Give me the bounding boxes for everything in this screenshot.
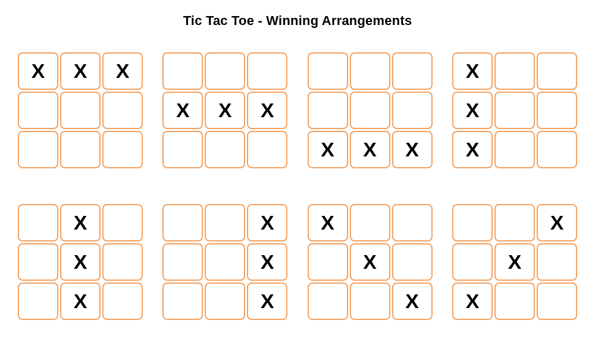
board-cell <box>205 204 245 241</box>
board-cell: X <box>452 131 493 168</box>
board-cell <box>18 243 58 281</box>
board-cell: X <box>350 243 390 281</box>
board-cell <box>494 52 535 90</box>
board-cell <box>205 243 245 281</box>
board-cell <box>162 283 203 320</box>
board-cell <box>247 131 287 168</box>
board-cell: X <box>162 92 203 129</box>
tictactoe-board: XXX <box>18 52 143 168</box>
board-cell: X <box>60 52 101 90</box>
board-cell <box>537 243 577 281</box>
board-cell <box>350 92 390 129</box>
tictactoe-board: XXX <box>308 204 433 320</box>
board-cell <box>494 283 535 320</box>
board-cell: X <box>247 243 287 281</box>
board-cell <box>205 52 245 90</box>
board-cell <box>537 283 577 320</box>
board-cell <box>308 52 348 90</box>
board-cell <box>350 283 390 320</box>
board-cell: X <box>247 283 287 320</box>
board-cell: X <box>205 92 245 129</box>
board-cell: X <box>537 204 577 241</box>
board-cell <box>205 283 245 320</box>
board-cell: X <box>60 283 101 320</box>
board-cell <box>350 204 390 241</box>
board-cell <box>18 283 58 320</box>
board-cell: X <box>247 204 287 241</box>
board-cell: X <box>308 131 348 168</box>
board-cell <box>350 52 390 90</box>
board-cell <box>162 204 203 241</box>
board-cell: X <box>350 131 390 168</box>
board-cell <box>392 52 433 90</box>
board-cell: X <box>392 131 433 168</box>
tictactoe-board: XXX <box>18 204 143 320</box>
board-cell <box>308 92 348 129</box>
board-cell <box>537 92 577 129</box>
tictactoe-board: XXX <box>162 52 287 168</box>
board-cell <box>537 52 577 90</box>
board-cell: X <box>102 52 143 90</box>
board-cell <box>494 131 535 168</box>
board-cell <box>247 52 287 90</box>
board-cell <box>18 92 58 129</box>
board-cell <box>102 131 143 168</box>
tictactoe-board: XXX <box>452 204 577 320</box>
board-cell: X <box>452 52 493 90</box>
board-cell <box>308 283 348 320</box>
board-cell: X <box>452 92 493 129</box>
board-cell <box>102 204 143 241</box>
board-cell: X <box>452 283 493 320</box>
board-cell <box>60 131 101 168</box>
board-cell <box>18 204 58 241</box>
board-cell <box>392 92 433 129</box>
board-cell: X <box>494 243 535 281</box>
board-cell <box>452 243 493 281</box>
board-cell <box>102 92 143 129</box>
board-cell <box>392 204 433 241</box>
board-cell: X <box>392 283 433 320</box>
board-cell <box>162 131 203 168</box>
board-cell <box>452 204 493 241</box>
board-cell <box>308 243 348 281</box>
board-cell <box>18 131 58 168</box>
board-cell <box>392 243 433 281</box>
board-cell <box>537 131 577 168</box>
board-cell <box>205 131 245 168</box>
board-cell <box>102 243 143 281</box>
board-cell: X <box>247 92 287 129</box>
board-cell <box>494 92 535 129</box>
board-cell <box>162 243 203 281</box>
board-cell: X <box>18 52 58 90</box>
tictactoe-board: XXX <box>452 52 577 168</box>
board-cell: X <box>60 243 101 281</box>
board-cell <box>162 52 203 90</box>
board-cell: X <box>60 204 101 241</box>
tictactoe-board: XXX <box>308 52 433 168</box>
board-cell: X <box>308 204 348 241</box>
board-cell <box>494 204 535 241</box>
board-cell <box>102 283 143 320</box>
page-title: Tic Tac Toe - Winning Arrangements <box>0 13 595 29</box>
board-rows: XXX XXX XXX XXX XXX XXX XXX XXX <box>0 52 595 320</box>
board-row: XXX XXX XXX XXX <box>18 204 577 320</box>
board-row: XXX XXX XXX XXX <box>18 52 577 168</box>
board-cell <box>60 92 101 129</box>
tictactoe-board: XXX <box>162 204 287 320</box>
